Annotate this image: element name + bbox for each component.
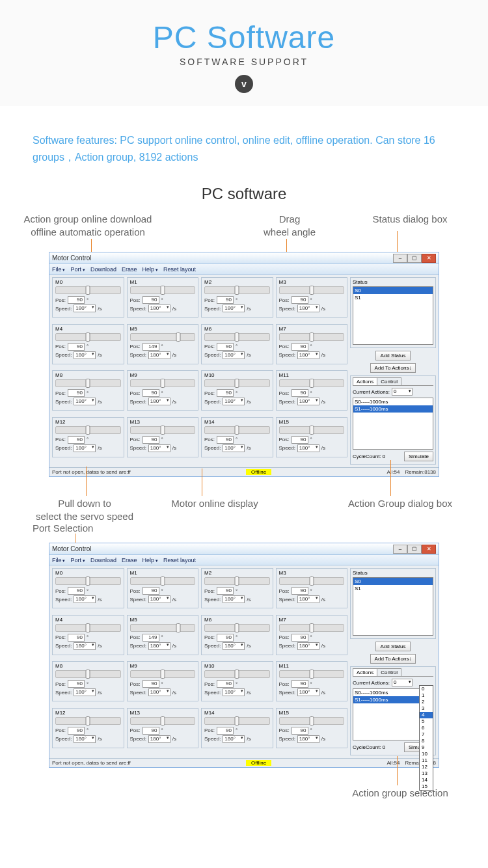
dropdown-option[interactable]: 12 [420,764,433,770]
speed-select[interactable]: 180° [74,595,96,603]
status-item[interactable]: S0 [353,287,433,294]
pos-input[interactable]: 90 [68,727,85,735]
position-slider[interactable] [55,379,121,387]
menu-erase[interactable]: Erase [122,557,137,563]
speed-select[interactable]: 180° [74,642,96,650]
menu-file[interactable]: File [52,557,65,563]
pos-input[interactable]: 90 [68,389,85,397]
position-slider[interactable] [279,670,345,678]
pos-input[interactable]: 90 [68,587,85,595]
pos-input[interactable]: 90 [68,296,85,304]
dropdown-option[interactable]: 5 [420,718,433,725]
speed-select[interactable]: 180° [297,595,319,603]
position-slider[interactable] [130,286,196,294]
dropdown-option[interactable]: 0 [420,686,433,692]
speed-select[interactable]: 180° [297,642,319,650]
status-listbox[interactable]: S0S1 [353,286,433,345]
pos-input[interactable]: 90 [217,680,234,688]
dropdown-option[interactable]: 4 [420,712,433,718]
pos-input[interactable]: 90 [217,343,234,351]
position-slider[interactable] [279,426,345,434]
menu-erase[interactable]: Erase [122,266,137,273]
titlebar[interactable]: Motor Control – ▢ ✕ [49,252,439,264]
pos-input[interactable]: 90 [217,436,234,444]
position-slider[interactable] [55,426,121,434]
pos-input[interactable]: 149 [142,634,159,642]
pos-input[interactable]: 90 [291,296,308,304]
pos-input[interactable]: 90 [291,634,308,642]
actions-listbox[interactable]: S0-----1000msS1-----1000ms [353,398,433,450]
speed-select[interactable]: 180° [74,735,96,743]
menu-port[interactable]: Port [70,557,85,563]
menu-reset-layout[interactable]: Reset layout [163,557,196,563]
position-slider[interactable] [279,577,345,585]
pos-input[interactable]: 90 [68,436,85,444]
tab-actions[interactable]: Actions [353,668,377,676]
dropdown-option[interactable]: 14 [420,777,433,783]
dropdown-option[interactable]: 2 [420,699,433,705]
minimize-button[interactable]: – [393,254,407,263]
tab-control[interactable]: Control [377,668,401,676]
status-item[interactable]: S0 [353,578,433,585]
speed-select[interactable]: 180° [74,351,96,359]
current-actions-select[interactable]: 0 [392,679,413,686]
pos-input[interactable]: 90 [68,343,85,351]
speed-select[interactable]: 180° [148,642,170,650]
position-slider[interactable] [55,286,121,294]
position-slider[interactable] [130,624,196,632]
pos-input[interactable]: 90 [142,389,159,397]
titlebar[interactable]: Motor Control – ▢ ✕ [49,543,439,555]
pos-input[interactable]: 90 [291,389,308,397]
pos-input[interactable]: 90 [142,296,159,304]
position-slider[interactable] [279,333,345,341]
speed-select[interactable]: 180° [74,305,96,312]
speed-select[interactable]: 180° [223,642,245,650]
speed-select[interactable]: 180° [223,305,245,312]
menu-help[interactable]: Help [142,557,157,563]
menu-file[interactable]: File [52,266,65,273]
position-slider[interactable] [130,577,196,585]
add-to-actions-button[interactable]: Add To Actions↓ [370,363,416,373]
speed-select[interactable]: 180° [297,688,319,696]
dropdown-option[interactable]: 13 [420,770,433,777]
pos-input[interactable]: 90 [68,680,85,688]
action-item[interactable]: S0-----1000ms [353,398,433,405]
dropdown-option[interactable]: 6 [420,725,433,731]
dropdown-option[interactable]: 7 [420,731,433,738]
dropdown-option[interactable]: 1 [420,692,433,699]
position-slider[interactable] [55,624,121,632]
speed-select[interactable]: 180° [148,305,170,312]
speed-select[interactable]: 180° [223,688,245,696]
status-item[interactable]: S1 [353,294,433,301]
pos-input[interactable]: 90 [291,680,308,688]
close-button[interactable]: ✕ [422,254,436,263]
pos-input[interactable]: 90 [217,727,234,735]
pos-input[interactable]: 90 [291,587,308,595]
dropdown-option[interactable]: 10 [420,751,433,757]
position-slider[interactable] [130,379,196,387]
dropdown-option[interactable]: 9 [420,744,433,751]
position-slider[interactable] [55,670,121,678]
position-slider[interactable] [130,717,196,725]
action-item[interactable]: S1-----1000ms [353,405,433,413]
action-group-dropdown[interactable]: 0123456789101112131415 [419,685,433,791]
menu-download[interactable]: Download [90,266,116,273]
dropdown-option[interactable]: 3 [420,705,433,712]
position-slider[interactable] [204,379,270,387]
add-status-button[interactable]: Add Status [375,642,410,651]
current-actions-select[interactable]: 0 [392,388,413,396]
speed-select[interactable]: 180° [148,398,170,405]
pos-input[interactable]: 90 [217,296,234,304]
add-to-actions-button[interactable]: Add To Actions↓ [370,654,416,664]
speed-select[interactable]: 180° [297,351,319,359]
position-slider[interactable] [55,333,121,341]
speed-select[interactable]: 180° [223,735,245,743]
pos-input[interactable]: 90 [217,634,234,642]
speed-select[interactable]: 180° [297,444,319,452]
menu-help[interactable]: Help [142,266,157,273]
speed-select[interactable]: 180° [223,398,245,405]
pos-input[interactable]: 90 [291,436,308,444]
pos-input[interactable]: 149 [142,343,159,351]
pos-input[interactable]: 90 [217,587,234,595]
position-slider[interactable] [204,286,270,294]
